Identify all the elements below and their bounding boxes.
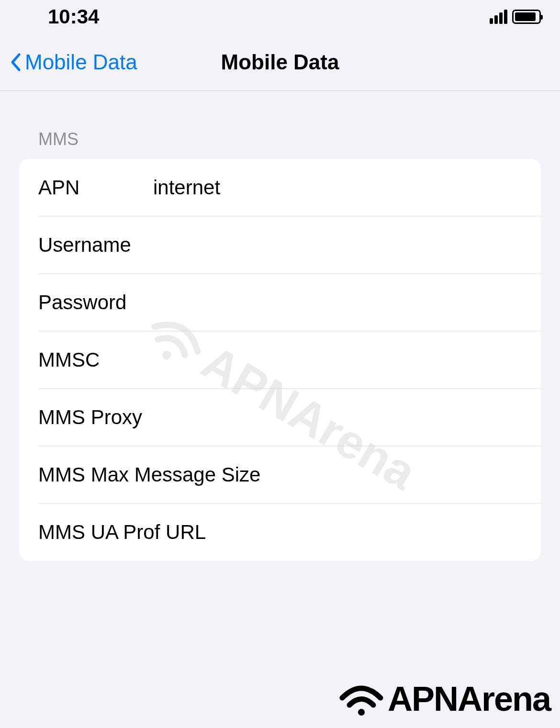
password-row[interactable]: Password [19, 274, 541, 331]
wifi-icon [337, 681, 385, 717]
mms-proxy-input[interactable] [153, 401, 541, 434]
signal-icon [490, 10, 507, 24]
svg-point-1 [358, 709, 365, 716]
mmsc-row[interactable]: MMSC [19, 331, 541, 389]
settings-group: APN Username Password MMSC MMS Proxy MMS… [19, 159, 541, 561]
status-time: 10:34 [48, 5, 99, 28]
mms-proxy-row[interactable]: MMS Proxy [19, 389, 541, 446]
back-button[interactable]: Mobile Data [0, 50, 137, 74]
mms-proxy-label: MMS Proxy [38, 406, 153, 429]
status-icons [490, 10, 541, 24]
back-label: Mobile Data [25, 50, 137, 74]
chevron-left-icon [10, 53, 21, 72]
section-header: MMS [19, 129, 541, 149]
mms-ua-prof-row[interactable]: MMS UA Prof URL [19, 504, 541, 561]
content-area: MMS APN Username Password MMSC MMS Proxy… [0, 91, 560, 561]
apn-label: APN [38, 176, 153, 199]
mms-ua-prof-input[interactable] [206, 516, 541, 549]
mmsc-input[interactable] [153, 344, 541, 376]
nav-bar: Mobile Data Mobile Data [0, 34, 560, 91]
page-title: Mobile Data [221, 50, 339, 74]
mms-max-size-label: MMS Max Message Size [38, 463, 260, 486]
username-row[interactable]: Username [19, 216, 541, 274]
mmsc-label: MMSC [38, 348, 153, 371]
username-input[interactable] [153, 229, 541, 261]
password-input[interactable] [153, 286, 541, 319]
apn-input[interactable] [153, 171, 541, 204]
status-bar: 10:34 [0, 0, 560, 34]
footer-logo: APNArena [337, 679, 550, 718]
battery-icon [512, 10, 541, 24]
password-label: Password [38, 291, 153, 314]
apn-row[interactable]: APN [19, 159, 541, 216]
mms-ua-prof-label: MMS UA Prof URL [38, 521, 206, 544]
mms-max-size-input[interactable] [260, 459, 541, 491]
mms-max-size-row[interactable]: MMS Max Message Size [19, 446, 541, 504]
username-label: Username [38, 234, 153, 257]
footer-text: APNArena [388, 679, 550, 718]
